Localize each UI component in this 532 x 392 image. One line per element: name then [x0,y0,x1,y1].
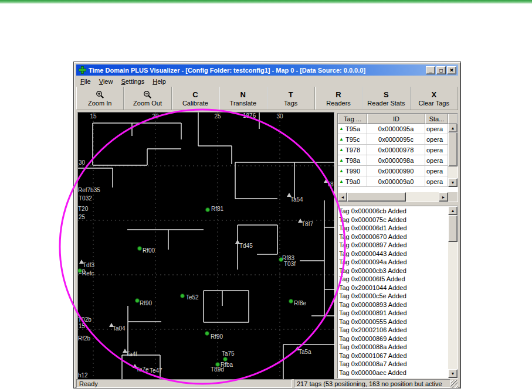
map-tag-dot[interactable] [78,269,82,273]
readers-letter-icon: R [336,90,341,99]
scrollbar-corner [448,192,458,202]
log-entry[interactable]: Tag 0x00000893 Added [339,301,448,309]
column-header-status[interactable]: Sta... [425,114,448,124]
window-controls: _ □ × [426,66,456,74]
map-view[interactable]: 15202530302520151876T8Ta54Rf81T8f7Td45Rf… [77,112,335,380]
map-tag-dot[interactable] [206,208,210,212]
toolbar-button-label: Zoom In [88,100,111,107]
toolbar-button-label: Zoom Out [133,100,162,107]
tag-name-cell: ▲T95c [338,134,367,145]
tag-table-header: Tag ...IDSta... [338,114,458,124]
map-label: Rf00 [143,247,155,254]
table-row[interactable]: ▲T9780x00000978opera [338,145,448,155]
table-row[interactable]: ▲T98a0x0000098aopera [338,155,448,166]
toolbar-button-clear-tags[interactable]: XClear Tags [411,87,458,110]
scroll-thumb[interactable] [347,192,406,202]
calibrate-letter-icon: C [192,90,198,99]
title-bar[interactable]: Time Domain PLUS Visualizer - [Config Fo… [76,64,458,76]
tags-letter-icon: T [289,90,293,99]
tag-status-cell: opera [425,124,448,134]
column-header-tag[interactable]: Tag ... [338,114,367,124]
menu-item-settings[interactable]: Settings [117,77,148,86]
menu-bar: FileViewSettingsHelp [76,76,458,87]
map-tag-dot[interactable] [135,299,140,303]
tag-active-icon: ▲ [339,126,344,131]
menu-accelerator: V [99,78,103,85]
table-row[interactable]: ▲T9a00x000009a0opera [338,176,448,187]
reader-stats-letter-icon: S [384,90,389,99]
maximize-button[interactable]: □ [436,66,446,74]
map-label: Ta75 [222,350,235,357]
log-vscrollbar[interactable]: ▲ ▼ [448,206,458,378]
map-tag-dot[interactable] [205,332,209,336]
toolbar-button-tags[interactable]: TTags [267,87,315,110]
log-entry[interactable]: Tag 0x00000555 Added [339,318,448,326]
menu-accelerator: H [153,78,157,85]
scroll-up-button[interactable]: ▲ [448,124,458,132]
tag-table-vscrollbar[interactable]: ▲ ▼ [448,124,458,187]
scroll-right-button[interactable]: ► [439,192,448,202]
toolbar-button-translate[interactable]: NTranslate [219,87,267,110]
menu-item-file[interactable]: File [76,77,95,86]
resize-grip[interactable] [450,380,458,388]
table-row[interactable]: ▲T95a0x0000095aopera [338,124,448,134]
log-entry[interactable]: Tag 0x00000cb3 Added [339,267,448,275]
toolbar-button-reader-stats[interactable]: SReader Stats [362,87,410,110]
scroll-thumb[interactable] [448,132,458,166]
log-entry[interactable]: Tag 0x00000aec Added [339,369,448,377]
toolbar-button-label: Translate [230,100,256,107]
toolbar-button-readers[interactable]: RReaders [315,87,362,110]
map-tag-dot[interactable] [181,294,185,298]
log-entry[interactable]: Tag 0x0000094a Added [339,258,448,267]
column-header-id[interactable]: ID [367,114,425,124]
toolbar-button-label: Reader Stats [367,100,405,107]
menu-item-view[interactable]: View [95,77,117,86]
scroll-left-button[interactable]: ◄ [338,192,347,202]
scroll-down-button[interactable]: ▼ [448,178,458,187]
toolbar-button-calibrate[interactable]: CCalibrate [172,87,219,110]
log-entry[interactable]: Tag 0x00000869 Added [339,335,448,343]
tag-table-hscrollbar[interactable]: ◄ ► [338,192,448,202]
map-label: Ref7b35 [78,187,100,193]
log-entry[interactable]: Tag 0x000006d1 Added [339,224,448,233]
map-tag-dot[interactable] [223,357,228,362]
page-top-bar [0,0,532,4]
tag-name-cell: ▲T98a [338,155,367,166]
map-tag-dot[interactable] [289,299,293,304]
minimize-button[interactable]: _ [426,66,435,74]
toolbar-button-zoom-in[interactable]: Zoom In [76,87,124,110]
map-label: T8f7 [301,221,313,227]
log-entry[interactable]: Tag 0x00001067 Added [339,352,448,360]
log-entry[interactable]: Tag 0x20001044 Added [339,284,448,292]
toolbar-button-label: Clear Tags [419,100,449,107]
toolbar-button-zoom-out[interactable]: Zoom Out [124,87,171,110]
log-entry[interactable]: Tag 0x0000088a Added [339,343,448,352]
log-entry[interactable]: Tag 0x00000670 Added [339,233,448,241]
map-label: Rf81 [211,206,224,212]
map-label: T032 [79,195,92,202]
map-label: Ta04 [113,325,126,332]
toolbar-button-label: Calibrate [182,100,208,107]
table-row[interactable]: ▲T95c0x0000095copera [338,134,448,145]
log-entry[interactable]: Tag 0x000006f5 Added [339,275,448,284]
menu-item-help[interactable]: Help [148,77,170,86]
log-entry[interactable]: Tag 0x000008a7 Added [339,360,448,369]
tag-active-icon: ▲ [339,158,344,163]
log-entry[interactable]: Tag 0x000006cb Added [339,207,448,216]
status-tag-count: 217 tags (53 positioning, 163 no positio… [294,379,450,388]
tag-id-cell: 0x00000990 [367,166,425,176]
close-button[interactable]: × [447,66,456,74]
map-grid-label: 30 [79,159,86,166]
log-entry[interactable]: Tag 0x00000891 Added [339,309,448,318]
map-tag-dot[interactable] [138,247,142,251]
log-entry[interactable]: Tag 0x20002106 Added [339,326,448,335]
map-grid-label: 30 [276,113,283,120]
log-entry[interactable]: Tag 0x00000443 Added [339,250,448,258]
scroll-thumb[interactable] [448,215,458,242]
log-entry[interactable]: Tag 0x00000897 Added [339,241,448,250]
log-entry[interactable]: Tag 0x0000075c Added [339,216,448,224]
log-entry[interactable]: Tag 0x00000c5e Added [339,292,448,301]
scroll-down-button[interactable]: ▼ [448,369,458,378]
table-row[interactable]: ▲T9900x00000990opera [338,166,448,176]
scroll-up-button[interactable]: ▲ [448,206,458,215]
